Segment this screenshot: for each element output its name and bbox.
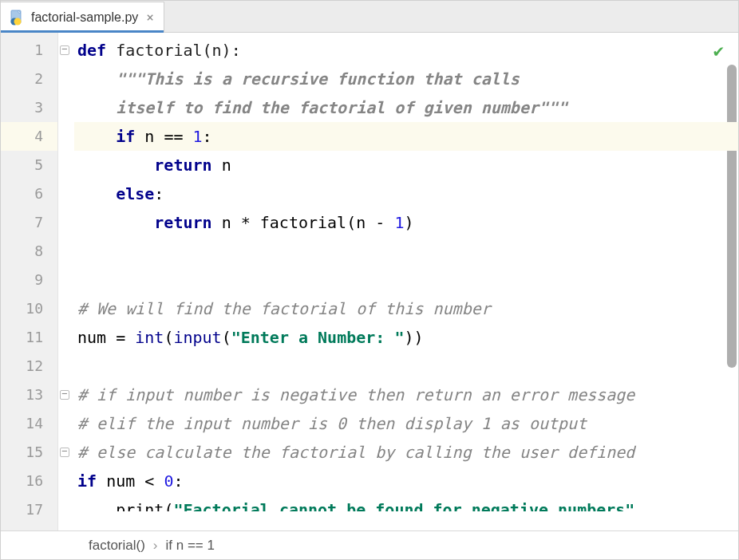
code-line: if num < 0: — [74, 467, 738, 495]
tab-filename: factorial-sample.py — [31, 10, 138, 25]
line-number[interactable]: 9 — [1, 266, 57, 294]
fold-gutter — [58, 33, 74, 530]
code-line: itself to find the factorial of given nu… — [74, 93, 738, 122]
line-number[interactable]: 1 — [1, 36, 57, 65]
code-line: print("Factorial cannot be found for neg… — [74, 495, 738, 511]
breadcrumb-item[interactable]: if n == 1 — [166, 538, 215, 554]
fold-toggle-icon[interactable] — [60, 45, 69, 55]
code-line: # elif the input number is 0 then displa… — [74, 409, 738, 438]
file-tab[interactable]: factorial-sample.py × — [1, 2, 164, 32]
code-area[interactable]: def factorial(n): """This is a recursive… — [74, 33, 738, 530]
code-line: """This is a recursive function that cal… — [74, 65, 738, 93]
breadcrumb-bar: factorial() › if n == 1 — [1, 530, 738, 559]
line-number-gutter: 1 2 3 4 5 6 7 8 9 10 11 12 13 14 15 16 1… — [1, 33, 58, 530]
line-number[interactable]: 3 — [1, 93, 57, 122]
line-number[interactable]: 15 — [1, 438, 57, 467]
code-line: # We will find the factorial of this num… — [74, 294, 738, 323]
editor: ✔ 1 2 3 4 5 6 7 8 9 10 11 12 13 14 15 16… — [1, 33, 738, 530]
analysis-ok-icon[interactable]: ✔ — [713, 41, 724, 61]
line-number[interactable]: 12 — [1, 352, 57, 381]
code-line — [74, 266, 738, 294]
line-number[interactable]: 5 — [1, 151, 57, 179]
code-line: # if input number is negative then retur… — [74, 381, 738, 409]
line-number[interactable]: 11 — [1, 323, 57, 352]
line-number[interactable]: 8 — [1, 237, 57, 266]
chevron-right-icon: › — [153, 538, 158, 554]
code-line: else: — [74, 179, 738, 208]
tab-bar: factorial-sample.py × — [1, 1, 738, 33]
code-line: def factorial(n): — [74, 36, 738, 65]
line-number[interactable]: 13 — [1, 381, 57, 409]
fold-toggle-icon[interactable] — [60, 390, 69, 400]
python-file-icon — [9, 10, 25, 26]
close-tab-icon[interactable]: × — [146, 10, 154, 25]
svg-point-2 — [14, 18, 22, 25]
line-number[interactable]: 6 — [1, 179, 57, 208]
line-number[interactable]: 14 — [1, 409, 57, 438]
code-line: if n == 1: — [74, 122, 738, 151]
breadcrumb-item[interactable]: factorial() — [89, 538, 145, 554]
fold-toggle-icon[interactable] — [60, 448, 69, 457]
code-line: return n * factorial(n - 1) — [74, 208, 738, 237]
line-number[interactable]: 7 — [1, 208, 57, 237]
line-number[interactable]: 10 — [1, 294, 57, 323]
code-line: # else calculate the factorial by callin… — [74, 438, 738, 467]
code-line: return n — [74, 151, 738, 179]
code-line — [74, 352, 738, 381]
code-line — [74, 237, 738, 266]
line-number[interactable]: 4 — [1, 122, 57, 151]
line-number[interactable]: 16 — [1, 467, 57, 495]
line-number[interactable]: 17 — [1, 495, 57, 524]
code-line: num = int(input("Enter a Number: ")) — [74, 323, 738, 352]
line-number[interactable]: 2 — [1, 65, 57, 93]
